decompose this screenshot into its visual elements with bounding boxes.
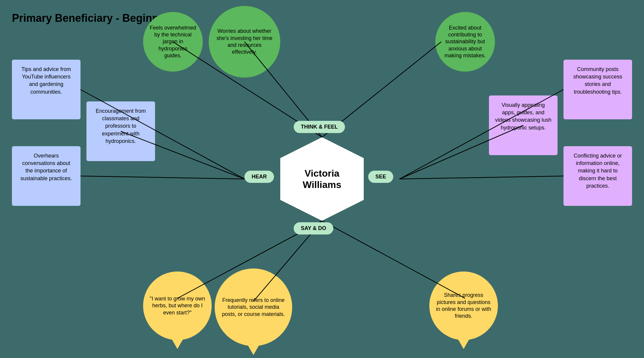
think-bubble-2: Worries about whether she's investing he… (209, 6, 280, 78)
page-title: Primary Beneficiary - Beginner (12, 12, 169, 24)
svg-line-8 (80, 176, 244, 179)
label-say-do: SAY & DO (294, 222, 333, 234)
hear-box-1: Tips and advice from YouTube influencers… (12, 60, 80, 119)
see-box-2: Visually appealing apps, guides, and vid… (489, 95, 558, 155)
see-box-3: Conflicting advice or information online… (564, 146, 632, 206)
label-think-feel: THINK & FEEL (294, 121, 345, 133)
see-box-1: Community posts showcasing success stori… (564, 60, 632, 119)
label-see: SEE (368, 171, 393, 183)
say-bubble-3: Shares progress pictures and questions i… (429, 271, 498, 340)
think-bubble-1: Feels overwhelmed by the technical jargo… (143, 12, 203, 72)
say-bubble-2: Frequently refers to online tutorials, s… (215, 268, 292, 346)
hear-box-2: Encouragement from classmates and profes… (86, 101, 155, 161)
say-bubble-1: "I want to grow my own herbs, but where … (143, 271, 212, 340)
center-name: Victoria Williams (303, 168, 341, 191)
svg-line-11 (400, 176, 564, 179)
think-bubble-3: Excited about contributing to sustainabi… (435, 12, 495, 72)
hear-box-3: Overhears conversations about the import… (12, 146, 80, 206)
center-hexagon: Victoria Williams (280, 137, 364, 221)
label-hear: HEAR (244, 171, 274, 183)
